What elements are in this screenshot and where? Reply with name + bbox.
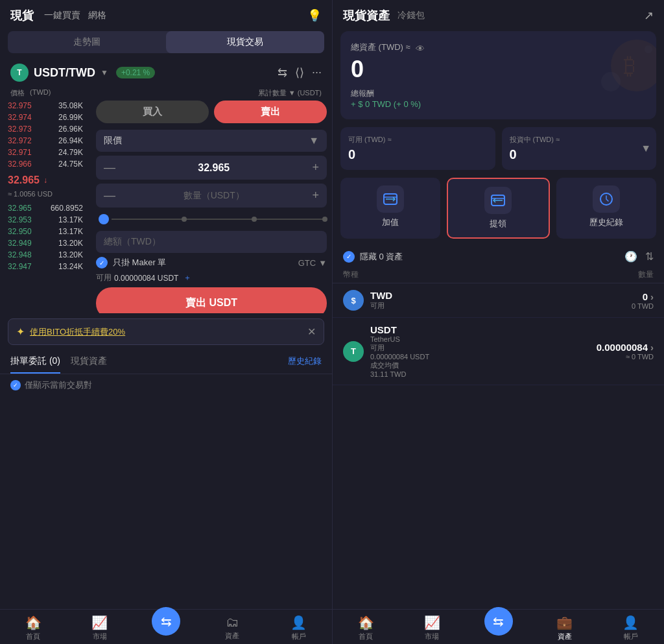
history-link[interactable]: 歷史紀錄 bbox=[288, 350, 322, 374]
sell-order-3: 32.973 26.96K bbox=[5, 124, 86, 134]
investing-arrow-icon[interactable]: ▼ bbox=[641, 143, 651, 154]
left-bottom-nav: 🏠 首頁 📈 市場 ⇆ 🗂 資產 👤 帳戶 bbox=[0, 609, 332, 644]
qty-minus-button[interactable]: — bbox=[104, 189, 115, 202]
trade-tab-bar: 走勢圖 現貨交易 bbox=[8, 31, 324, 53]
sort-time-icon[interactable]: 🕐 bbox=[624, 250, 637, 263]
slider-track bbox=[112, 219, 324, 220]
right-header: 現貨資產 冷錢包 ↗ bbox=[333, 0, 664, 31]
sell-order-5: 32.971 24.79K bbox=[5, 147, 86, 158]
tab-open-orders[interactable]: 掛單委託 (0) bbox=[10, 350, 60, 374]
home-icon: 🏠 bbox=[25, 615, 42, 630]
buy-order-4: 32.949 13.20K bbox=[5, 238, 86, 248]
left-header-tabs: 一鍵買賣 網格 bbox=[44, 10, 106, 21]
right-nav-home-label: 首頁 bbox=[359, 632, 373, 641]
action-deposit[interactable]: 加值 bbox=[340, 178, 440, 239]
price-minus-button[interactable]: — bbox=[104, 161, 115, 174]
maker-checkbox[interactable]: ✓ bbox=[96, 257, 108, 268]
sell-usdt-button[interactable]: 賣出 USDT bbox=[96, 287, 327, 313]
order-type-selector[interactable]: 限價 ▼ bbox=[96, 130, 327, 152]
col-coin-header: 幣種 bbox=[343, 269, 359, 280]
asset-usdt-row[interactable]: T USDT TetherUS 可用 0.00000084 USDT 成交均價 … bbox=[333, 318, 664, 385]
gtc-selector[interactable]: GTC ▼ bbox=[298, 258, 327, 268]
pair-chart-icon[interactable]: ⟨⟩ bbox=[295, 66, 304, 80]
right-swap-button[interactable]: ⇆ bbox=[484, 607, 513, 636]
right-nav-account[interactable]: 👤 帳戶 bbox=[598, 615, 664, 641]
current-usd-value: ≈ 1.0056 USD bbox=[8, 190, 53, 198]
slider-dot-3 bbox=[322, 217, 327, 222]
right-nav-home[interactable]: 🏠 首頁 bbox=[333, 615, 399, 641]
total-input-row[interactable]: 總額（TWD） bbox=[96, 231, 327, 253]
sell-order-4: 32.972 26.94K bbox=[5, 136, 86, 146]
tab-trade[interactable]: 現貨交易 bbox=[166, 31, 324, 53]
filter-action-icons: 🕐 ⇅ bbox=[624, 250, 654, 263]
sell-order-1: 32.975 35.08K bbox=[5, 101, 86, 111]
filter-icon[interactable]: ⇅ bbox=[645, 250, 654, 263]
export-icon[interactable]: ↗ bbox=[644, 8, 654, 23]
right-nav-assets-label: 資產 bbox=[558, 632, 572, 641]
withdraw-icon-box bbox=[484, 187, 512, 214]
market-icon: 📈 bbox=[91, 615, 108, 630]
right-nav-assets[interactable]: 💼 資產 bbox=[532, 615, 598, 641]
order-type-label: 限價 bbox=[104, 135, 122, 147]
pair-more-icon[interactable]: ··· bbox=[312, 66, 322, 80]
nav-account[interactable]: 👤 帳戶 bbox=[266, 615, 332, 641]
swap-button[interactable]: ⇆ bbox=[152, 607, 180, 636]
svg-point-3 bbox=[645, 45, 652, 53]
pair-action-icons: ⇆ ⟨⟩ ··· bbox=[278, 66, 322, 80]
card-bg-decoration: ₿ bbox=[591, 36, 656, 95]
action-withdraw-label: 提領 bbox=[490, 218, 506, 230]
qty-placeholder[interactable]: 數量（USDT） bbox=[184, 190, 244, 202]
twd-sub-value: 0 TWD bbox=[632, 302, 654, 310]
right-nav-market[interactable]: 📈 市場 bbox=[399, 615, 465, 641]
slider-dot-1 bbox=[182, 217, 187, 222]
right-nav-swap[interactable]: ⇆ bbox=[465, 615, 531, 641]
usdt-values: 0.00000084 › ≈ 0 TWD bbox=[597, 342, 654, 361]
slider-thumb[interactable] bbox=[99, 214, 109, 224]
hide-zero-checkbox[interactable]: ✓ bbox=[343, 251, 355, 263]
add-funds-icon[interactable]: ＋ bbox=[184, 272, 191, 283]
action-withdraw[interactable]: 提領 bbox=[447, 178, 549, 239]
assets-icon: 🗂 bbox=[226, 615, 239, 630]
order-type-arrow-icon: ▼ bbox=[309, 135, 319, 147]
promo-bar: ✦ 使用BITO折抵手續費20% ✕ bbox=[8, 318, 324, 345]
price-plus-button[interactable]: + bbox=[312, 161, 319, 174]
right-nav-account-label: 帳戶 bbox=[624, 632, 638, 641]
show-pair-checkbox[interactable]: ✓ bbox=[10, 380, 21, 390]
price-input[interactable]: 32.965 bbox=[198, 162, 230, 174]
pair-transfer-icon[interactable]: ⇆ bbox=[278, 66, 287, 80]
buy-order-1: 32.965 660.8952 bbox=[5, 203, 86, 213]
pair-dropdown-icon[interactable]: ▼ bbox=[101, 68, 108, 77]
nav-market[interactable]: 📈 市場 bbox=[66, 615, 132, 641]
sell-button[interactable]: 賣出 bbox=[214, 101, 327, 123]
eye-icon[interactable]: 👁 bbox=[416, 43, 425, 54]
action-history[interactable]: 歷史紀錄 bbox=[556, 178, 656, 239]
twd-amount: 0 › bbox=[632, 291, 654, 302]
usdt-avail-value: 0.00000084 USDT bbox=[370, 353, 590, 361]
qty-header: 累計數量 ▼ bbox=[258, 89, 296, 97]
nav-swap[interactable]: ⇆ bbox=[133, 615, 199, 641]
pair-name[interactable]: USDT/TWD bbox=[34, 66, 95, 80]
qty-plus-button[interactable]: + bbox=[312, 189, 319, 202]
amount-slider[interactable] bbox=[96, 211, 327, 227]
tab-chart[interactable]: 走勢圖 bbox=[8, 31, 166, 53]
asset-twd-row[interactable]: $ TWD 可用 0 › 0 TWD bbox=[333, 283, 664, 318]
pair-row: T USDT/TWD ▼ +0.21 % ⇆ ⟨⟩ ··· bbox=[0, 60, 332, 86]
buy-order-2: 32.953 13.17K bbox=[5, 215, 86, 225]
order-book: 32.975 35.08K 32.974 26.99K 32.973 26.96… bbox=[0, 101, 332, 313]
deposit-icon bbox=[381, 190, 399, 208]
right-bottom-nav: 🏠 首頁 📈 市場 ⇆ 💼 資產 👤 帳戶 bbox=[333, 609, 664, 644]
price-input-row: — 32.965 + bbox=[96, 156, 327, 180]
buy-button[interactable]: 買入 bbox=[96, 101, 209, 123]
usdt-amount: 0.00000084 › bbox=[597, 342, 654, 353]
avail-label: 可用 bbox=[96, 272, 112, 283]
pair-change-badge: +0.21 % bbox=[116, 67, 155, 78]
sub-asset-cards: 可用 (TWD) ≈ 0 投資中 (TWD) ≈ 0 ▼ bbox=[340, 127, 656, 170]
tab-grid[interactable]: 網格 bbox=[88, 10, 106, 21]
nav-assets[interactable]: 🗂 資產 bbox=[199, 615, 265, 641]
promo-text[interactable]: 使用BITO折抵手續費20% bbox=[30, 326, 302, 338]
action-row: 加值 提領 歷史紀錄 bbox=[340, 178, 656, 239]
nav-home[interactable]: 🏠 首頁 bbox=[0, 615, 66, 641]
promo-close-button[interactable]: ✕ bbox=[307, 326, 316, 338]
tab-one-click[interactable]: 一鍵買賣 bbox=[44, 10, 80, 21]
tab-spot-assets[interactable]: 現貨資產 bbox=[71, 350, 107, 374]
